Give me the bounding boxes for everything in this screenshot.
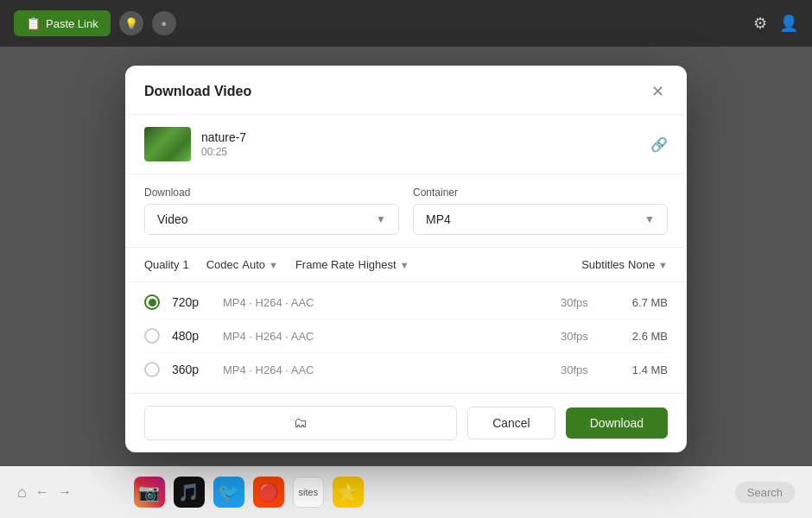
video-name: nature-7: [201, 130, 246, 144]
frame-rate-value: Highest: [358, 258, 396, 271]
modal-backdrop: Download Video ✕ nature-7 00:25 🔗 Downlo…: [0, 0, 812, 518]
codec-value: Auto: [242, 258, 265, 271]
video-thumb-image: [144, 127, 191, 161]
framerate-filter[interactable]: Frame Rate Highest ▼: [295, 258, 409, 271]
selects-row: Download Video ▼ Container MP4 ▼: [125, 174, 687, 248]
quality-filter[interactable]: Quality 1: [144, 258, 189, 271]
folder-icon: 🗂: [294, 415, 308, 431]
res-fps-360p: 30fps: [561, 363, 604, 376]
modal-header: Download Video ✕: [125, 66, 687, 115]
video-duration: 00:25: [201, 146, 246, 158]
folder-button[interactable]: 🗂: [144, 406, 457, 440]
cancel-button[interactable]: Cancel: [467, 407, 555, 439]
res-fps-720p: 30fps: [561, 296, 604, 309]
res-size-360p: 1.4 MB: [616, 363, 668, 376]
res-details-480p: MP4 · H264 · AAC: [223, 330, 549, 343]
res-name-480p: 480p: [172, 329, 211, 343]
download-button[interactable]: Download: [566, 407, 668, 439]
framerate-chevron-icon: ▼: [400, 260, 409, 270]
modal-title: Download Video: [144, 84, 251, 99]
resolution-row-720p[interactable]: 720p MP4 · H264 · AAC 30fps 6.7 MB: [144, 286, 668, 319]
quality-label: Quality: [144, 258, 179, 271]
frame-rate-label: Frame Rate: [295, 258, 355, 271]
codec-filter[interactable]: Codec Auto ▼: [206, 258, 278, 271]
resolution-row-360p[interactable]: 360p MP4 · H264 · AAC 30fps 1.4 MB: [144, 353, 668, 386]
filters-row: Quality 1 Codec Auto ▼ Frame Rate Highes…: [125, 248, 687, 282]
download-video-modal: Download Video ✕ nature-7 00:25 🔗 Downlo…: [125, 66, 687, 452]
radio-480p[interactable]: [144, 328, 160, 344]
video-meta: nature-7 00:25: [201, 130, 246, 158]
res-name-360p: 360p: [172, 363, 211, 376]
subtitles-label: Subtitles: [581, 258, 625, 271]
res-size-480p: 2.6 MB: [616, 330, 668, 343]
download-label: Download: [144, 186, 399, 199]
subtitles-value: None: [628, 258, 655, 271]
modal-footer: 🗂 Cancel Download: [125, 393, 687, 452]
res-name-720p: 720p: [172, 295, 211, 309]
container-select[interactable]: MP4 ▼: [413, 204, 668, 235]
download-select[interactable]: Video ▼: [144, 204, 399, 235]
link-icon[interactable]: 🔗: [650, 136, 668, 153]
video-info-row: nature-7 00:25 🔗: [125, 115, 687, 174]
resolutions-list: 720p MP4 · H264 · AAC 30fps 6.7 MB 480p …: [125, 282, 687, 393]
radio-360p[interactable]: [144, 362, 160, 377]
radio-720p[interactable]: [144, 294, 160, 310]
codec-label: Codec: [206, 258, 239, 271]
close-button[interactable]: ✕: [647, 81, 668, 102]
codec-chevron-icon: ▼: [269, 260, 278, 270]
container-value: MP4: [426, 212, 451, 226]
container-select-group: Container MP4 ▼: [413, 186, 668, 235]
download-select-group: Download Video ▼: [144, 186, 399, 235]
container-label: Container: [413, 186, 668, 199]
subtitles-chevron-icon: ▼: [658, 260, 668, 270]
resolution-row-480p[interactable]: 480p MP4 · H264 · AAC 30fps 2.6 MB: [144, 319, 668, 353]
res-details-360p: MP4 · H264 · AAC: [223, 363, 549, 376]
download-value: Video: [157, 212, 188, 226]
download-chevron-icon: ▼: [376, 213, 386, 225]
subtitles-filter[interactable]: Subtitles None ▼: [581, 258, 668, 271]
res-size-720p: 6.7 MB: [616, 296, 668, 309]
res-fps-480p: 30fps: [561, 330, 604, 343]
video-thumbnail: [144, 127, 191, 161]
res-details-720p: MP4 · H264 · AAC: [223, 296, 549, 309]
container-chevron-icon: ▼: [644, 213, 655, 225]
video-info-left: nature-7 00:25: [144, 127, 246, 161]
quality-count: 1: [182, 258, 188, 271]
